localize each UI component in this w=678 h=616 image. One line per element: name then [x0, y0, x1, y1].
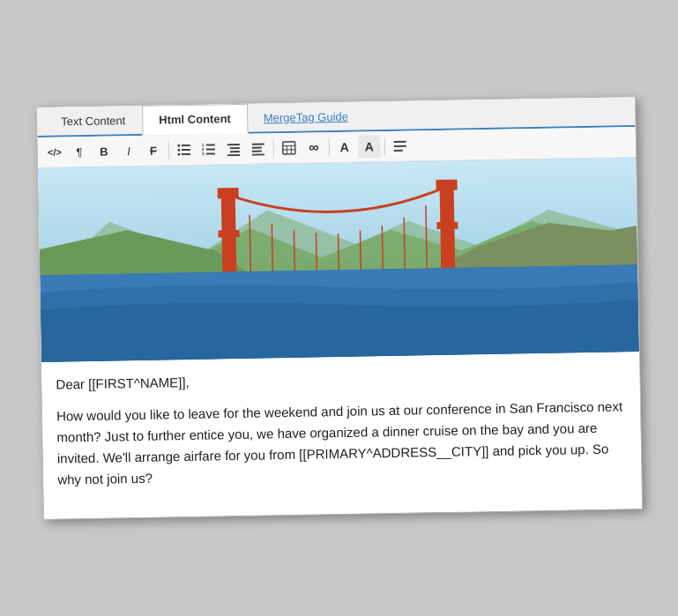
toolbar-separator-3: [328, 138, 329, 156]
svg-rect-35: [218, 230, 239, 237]
svg-point-3: [177, 145, 180, 147]
tab-mergetag-guide[interactable]: MergeTag Guide: [247, 102, 364, 131]
bold-button[interactable]: B: [92, 139, 115, 162]
toolbar-separator-4: [384, 137, 384, 155]
svg-rect-14: [229, 151, 239, 152]
svg-line-39: [250, 215, 250, 278]
svg-rect-33: [220, 195, 236, 283]
svg-rect-8: [205, 152, 214, 154]
source-button[interactable]: </>: [42, 140, 65, 163]
link-button[interactable]: ∞: [302, 136, 324, 159]
content-area: Dear [[FIRST^NAME]], How would you like …: [38, 158, 642, 519]
svg-rect-18: [251, 151, 261, 152]
svg-rect-7: [205, 148, 214, 150]
svg-point-4: [177, 149, 180, 152]
align-button[interactable]: [388, 135, 411, 158]
svg-rect-17: [251, 147, 261, 149]
svg-line-47: [425, 205, 426, 275]
outdent-button[interactable]: [246, 137, 269, 160]
svg-rect-1: [181, 149, 190, 151]
toolbar-separator-1: [168, 141, 168, 159]
svg-rect-16: [251, 143, 264, 145]
ul-button[interactable]: [172, 138, 195, 161]
editor-container: Text Content Html Content MergeTag Guide…: [35, 96, 642, 520]
svg-line-40: [272, 224, 272, 278]
text-color-button[interactable]: A: [332, 136, 355, 159]
hero-image: [38, 158, 639, 362]
table-button[interactable]: [277, 137, 300, 160]
bg-color-button[interactable]: A: [357, 135, 380, 158]
indent-button[interactable]: [221, 137, 244, 160]
tab-text-content[interactable]: Text Content: [43, 106, 142, 136]
svg-text:3: 3: [201, 151, 204, 156]
ol-button[interactable]: 123: [197, 137, 220, 160]
svg-rect-2: [181, 153, 190, 155]
tab-html-content[interactable]: Html Content: [141, 104, 247, 136]
strikethrough-button[interactable]: F: [141, 138, 164, 161]
svg-rect-13: [229, 147, 239, 149]
svg-rect-19: [251, 153, 264, 155]
svg-rect-25: [393, 141, 406, 143]
italic-button[interactable]: I: [116, 139, 139, 162]
svg-rect-27: [393, 150, 402, 152]
svg-rect-36: [439, 187, 455, 279]
svg-rect-20: [282, 142, 294, 154]
toolbar-separator-2: [272, 139, 273, 157]
paragraph-button[interactable]: ¶: [67, 140, 90, 163]
svg-rect-12: [227, 144, 239, 145]
svg-rect-0: [181, 145, 190, 146]
svg-rect-6: [205, 144, 214, 145]
water-svg: [40, 264, 639, 362]
svg-rect-15: [227, 154, 239, 156]
body-paragraph: How would you like to leave for the week…: [56, 396, 627, 490]
svg-rect-38: [436, 222, 458, 229]
svg-line-46: [404, 218, 405, 276]
email-body[interactable]: Dear [[FIRST^NAME]], How would you like …: [41, 352, 642, 519]
greeting-paragraph: Dear [[FIRST^NAME]],: [56, 364, 625, 395]
svg-point-5: [177, 153, 180, 156]
svg-rect-26: [393, 145, 406, 147]
